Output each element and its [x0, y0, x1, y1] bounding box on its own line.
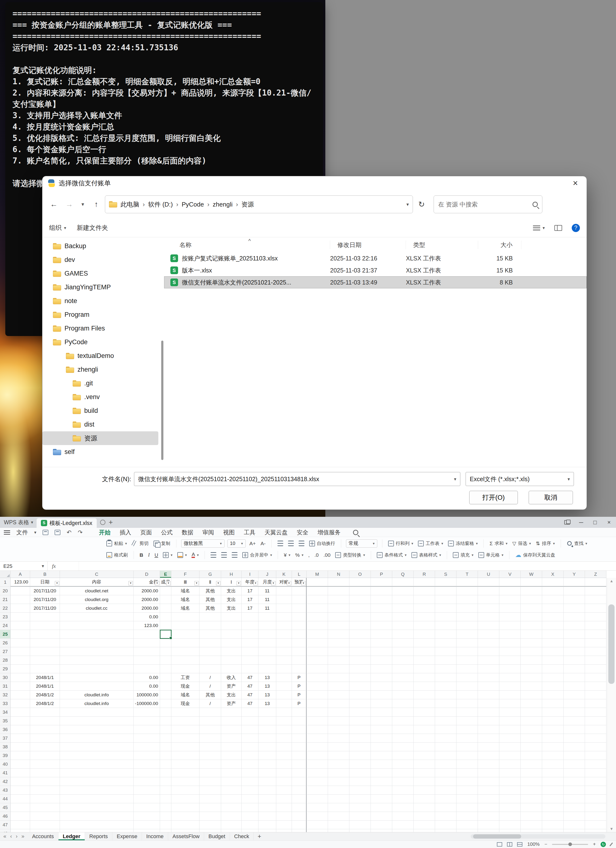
cell-W35[interactable]	[521, 717, 542, 725]
cell-D30[interactable]: 0.00	[133, 673, 160, 682]
cell-A25[interactable]	[10, 630, 30, 639]
cell-D40[interactable]	[133, 760, 160, 769]
cell-V36[interactable]	[499, 725, 521, 734]
row-header-32[interactable]: 32	[0, 691, 10, 699]
cell-J46[interactable]	[258, 812, 276, 821]
cell-I33[interactable]: 47	[241, 699, 258, 708]
edit-pen-icon[interactable]	[610, 842, 613, 846]
cell-G44[interactable]	[200, 795, 221, 803]
cell-R41[interactable]	[414, 769, 435, 777]
cell-X39[interactable]	[542, 751, 564, 760]
cell-U39[interactable]	[478, 751, 499, 760]
tab-公式[interactable]: 公式	[160, 528, 173, 537]
cell-T21[interactable]	[456, 595, 478, 604]
cell-S32[interactable]	[435, 691, 456, 699]
ribbon-button[interactable]: .0	[314, 552, 320, 559]
cell-Q30[interactable]	[392, 673, 414, 682]
cell-F27[interactable]	[171, 647, 200, 656]
cell-J27[interactable]	[258, 647, 276, 656]
search-input[interactable]: 在 资源 中搜索	[434, 196, 542, 213]
cell-Y30[interactable]	[564, 673, 585, 682]
cell-I25[interactable]	[241, 630, 258, 639]
address-bar[interactable]: 此电脑›软件 (D:)›PyCode›zhengli›资源 ▾	[105, 196, 413, 213]
cell-F34[interactable]	[171, 708, 200, 717]
cell-Z40[interactable]	[585, 760, 606, 769]
cell-N31[interactable]	[328, 682, 349, 691]
column-header-R[interactable]: R	[414, 571, 435, 578]
cell-L40[interactable]	[292, 760, 307, 769]
sheet-tab-Check[interactable]: Check	[230, 832, 254, 840]
sidebar-item-textualDemo[interactable]: textualDemo	[42, 349, 158, 363]
cell-Q38[interactable]	[392, 743, 414, 751]
tab-工具[interactable]: 工具	[243, 528, 256, 537]
cell-Q26[interactable]	[392, 639, 414, 647]
cell-U21[interactable]	[478, 595, 499, 604]
cell-Y35[interactable]	[564, 717, 585, 725]
cell-M44[interactable]	[307, 795, 328, 803]
cell-V24[interactable]	[499, 621, 521, 630]
cell-D43[interactable]	[133, 786, 160, 795]
cell-U37[interactable]	[478, 734, 499, 743]
cell-C43[interactable]	[60, 786, 133, 795]
menu-icon[interactable]	[4, 530, 10, 535]
cell-J33[interactable]: 13	[258, 699, 276, 708]
cell-A47[interactable]	[10, 821, 30, 829]
cell-N40[interactable]	[328, 760, 349, 769]
cell-P46[interactable]	[371, 812, 392, 821]
cell-A43[interactable]	[10, 786, 30, 795]
column-header-A[interactable]: A	[10, 571, 30, 578]
sidebar-item-资源[interactable]: 资源	[42, 431, 158, 445]
cell-Y36[interactable]	[564, 725, 585, 734]
tab-审阅[interactable]: 审阅	[202, 528, 215, 537]
cell-K21[interactable]	[276, 595, 292, 604]
cell-Z27[interactable]	[585, 647, 606, 656]
cell-P22[interactable]	[371, 604, 392, 612]
breadcrumb-segment[interactable]: zhengli	[211, 200, 234, 209]
cell-H48[interactable]	[221, 829, 241, 832]
column-header-M[interactable]: M	[307, 571, 328, 578]
sidebar-item-dist[interactable]: dist	[42, 418, 158, 431]
ribbon-button[interactable]: U	[154, 552, 159, 559]
cell-T40[interactable]	[456, 760, 478, 769]
cell-Y47[interactable]	[564, 821, 585, 829]
cell-F31[interactable]: 现金	[171, 682, 200, 691]
document-tab[interactable]: S 模板-Ledgert.xlsx	[37, 518, 97, 528]
cell-V29[interactable]	[499, 664, 521, 673]
cell-X47[interactable]	[542, 821, 564, 829]
horizontal-scrollbar[interactable]	[471, 834, 606, 839]
cell-T37[interactable]	[456, 734, 478, 743]
open-button[interactable]: 打开(O)	[469, 491, 518, 504]
row-header-23[interactable]: 23	[0, 612, 10, 621]
cell-L29[interactable]	[292, 664, 307, 673]
cell-D1[interactable]: 金额▾	[133, 578, 160, 587]
cell-Y39[interactable]	[564, 751, 585, 760]
cell-R46[interactable]	[414, 812, 435, 821]
wps-app-button[interactable]: WPS 表格 ▾	[4, 519, 33, 526]
cell-A37[interactable]	[10, 734, 30, 743]
row-header-33[interactable]: 33	[0, 699, 10, 708]
cell-T39[interactable]	[456, 751, 478, 760]
cell-C42[interactable]	[60, 777, 133, 786]
cell-Q40[interactable]	[392, 760, 414, 769]
cell-G31[interactable]: /	[200, 682, 221, 691]
cell-M28[interactable]	[307, 656, 328, 664]
cell-O37[interactable]	[349, 734, 371, 743]
cell-Z26[interactable]	[585, 639, 606, 647]
cell-T44[interactable]	[456, 795, 478, 803]
workspace-button[interactable]	[560, 517, 574, 528]
cell-B48[interactable]	[30, 829, 60, 832]
address-dropdown-icon[interactable]: ▾	[406, 202, 409, 207]
cell-X37[interactable]	[542, 734, 564, 743]
cell-U41[interactable]	[478, 769, 499, 777]
cell-F44[interactable]	[171, 795, 200, 803]
cell-N43[interactable]	[328, 786, 349, 795]
ribbon-button[interactable]: I	[147, 551, 151, 559]
sidebar-item-Backup[interactable]: Backup	[42, 239, 158, 253]
column-header-Q[interactable]: Q	[392, 571, 414, 578]
cell-S46[interactable]	[435, 812, 456, 821]
cell-Q25[interactable]	[392, 630, 414, 639]
cell-C46[interactable]	[60, 812, 133, 821]
column-header-J[interactable]: J	[258, 571, 276, 578]
cond-format-icon[interactable]: 条件格式▾	[376, 551, 408, 559]
cell-W1[interactable]	[521, 578, 542, 587]
